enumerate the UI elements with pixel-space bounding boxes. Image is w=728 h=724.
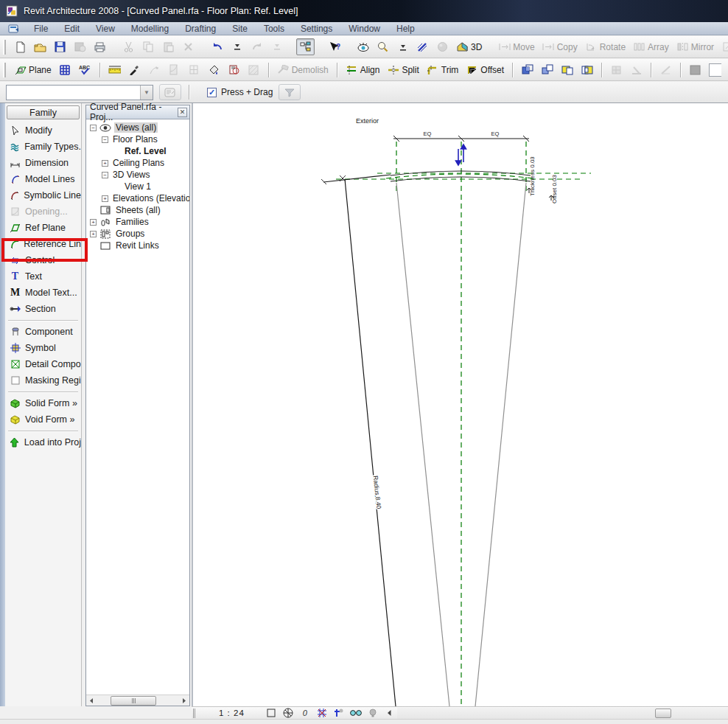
tree-item-sheets-all[interactable]: Sheets (all) (86, 204, 189, 216)
panel-left-edge[interactable] (396, 183, 449, 706)
detail-level-icon[interactable] (264, 708, 279, 719)
tb2-split-button[interactable]: Split (384, 61, 421, 78)
tb2-join-geometry-button[interactable] (518, 61, 536, 78)
sidebar-item-void-form[interactable]: Void Form » (5, 411, 81, 428)
tb2-cut-geometry-button[interactable] (558, 61, 576, 78)
tb1-help-pointer-button[interactable]: ? (325, 38, 343, 55)
tree-item-families[interactable]: +Families (86, 216, 189, 228)
tb1-zoom-magnifier-button[interactable] (374, 38, 392, 55)
project-browser-titlebar[interactable]: Curved Panel.rfa - Proj... ✕ (86, 105, 189, 119)
sidebar-item-text[interactable]: TText (5, 268, 81, 285)
view-scale[interactable]: 1 : 24 (219, 709, 245, 717)
tree-item-label[interactable]: Families (114, 217, 150, 227)
tb2-uncut-geometry-button[interactable] (578, 61, 596, 78)
offset-label[interactable]: Offset 0.03 (551, 174, 558, 203)
tree-item-label[interactable]: View 1 (123, 181, 153, 192)
tb1-thin-lines-button[interactable] (413, 38, 432, 55)
expand-icon[interactable]: + (90, 219, 97, 226)
menu-file[interactable]: File (26, 23, 56, 35)
sidebar-item-component[interactable]: Component (5, 324, 81, 340)
scroll-right-icon[interactable] (178, 695, 189, 706)
menu-settings[interactable]: Settings (293, 23, 340, 35)
tree-item-label[interactable]: Views (all) (114, 122, 158, 133)
toolbar-grip[interactable] (3, 63, 6, 77)
tb1-save-floppy-button[interactable] (51, 38, 69, 55)
tb1-undo-dropdown-button[interactable] (228, 38, 246, 55)
tb1-undo-arrow-button[interactable] (208, 38, 226, 55)
lightbulb-icon[interactable] (365, 708, 380, 719)
expand-icon[interactable]: + (102, 160, 108, 167)
press-drag-option[interactable]: ✓ Press + Drag (207, 87, 273, 97)
tb2-match-eyedropper-button[interactable] (125, 61, 144, 78)
tb2-align-button[interactable]: Align (343, 61, 383, 78)
menu-modelling[interactable]: Modelling (123, 23, 177, 35)
reveal-hidden-glasses-icon[interactable] (349, 708, 363, 719)
tree-item-label[interactable]: Floor Plans (111, 134, 159, 145)
collapse-icon[interactable]: − (102, 172, 108, 178)
panel-right-edge[interactable] (475, 183, 526, 706)
model-graphics-style-icon[interactable] (281, 708, 295, 719)
tb2-dimension-ruler-button[interactable] (105, 61, 124, 78)
sidebar-item-load-into-proj[interactable]: Load into Proj (5, 434, 81, 450)
panel-arcs[interactable] (323, 171, 531, 182)
reference-planes[interactable] (336, 142, 591, 706)
close-icon[interactable]: ✕ (178, 108, 187, 117)
tree-item-ceiling-plans[interactable]: +Ceiling Plans (86, 157, 189, 169)
sidebar-item-model-text[interactable]: MModel Text... (5, 285, 81, 301)
document-restore-icon[interactable] (7, 22, 20, 35)
tb2-trim-button[interactable]: Trim (424, 61, 462, 78)
tb2-spelling-button[interactable]: ABC (76, 61, 94, 78)
tb1-print-button[interactable] (91, 38, 109, 55)
family-panel-header[interactable]: Family (7, 105, 80, 119)
sidebar-item-detail-compo[interactable]: Detail Compo (5, 356, 81, 372)
scrollbar-thumb[interactable] (655, 709, 671, 718)
scrollbar-thumb[interactable] (111, 696, 156, 706)
radius-dimension-label[interactable]: Radius 8.40 (372, 476, 383, 509)
show-crop-region-icon[interactable] (332, 708, 346, 719)
sidebar-item-section[interactable]: Section (5, 301, 81, 317)
tree-item-label[interactable]: Ref. Level (123, 146, 168, 156)
tree-item-ref-level[interactable]: Ref. Level (86, 145, 189, 157)
tb2-grid-button[interactable] (56, 61, 74, 78)
tree-item-label[interactable]: Sheets (all) (114, 205, 162, 215)
tree-item-groups[interactable]: +Groups (86, 228, 189, 240)
menu-edit[interactable]: Edit (56, 23, 88, 35)
tb2-color-swatch-button[interactable] (686, 61, 704, 78)
toolbar-grip[interactable] (3, 40, 6, 55)
menu-help[interactable]: Help (388, 23, 423, 35)
tb1-open-folder-button[interactable] (31, 38, 49, 55)
tree-item-label[interactable]: Groups (114, 229, 146, 239)
tb2-unjoin-geometry-button[interactable] (538, 61, 556, 78)
tree-item-elevations-elevatio[interactable]: +Elevations (Elevatio (86, 192, 189, 204)
sidebar-item-ref-plane[interactable]: Ref Plane (5, 220, 81, 236)
tb2-material-box-button[interactable] (706, 61, 724, 78)
tb1-project-browser-button[interactable] (296, 38, 315, 55)
menu-tools[interactable]: Tools (256, 23, 293, 35)
scroll-left-icon[interactable] (86, 695, 97, 706)
tb1-new-file-button[interactable] (11, 38, 29, 55)
collapse-icon[interactable]: − (90, 125, 97, 131)
tree-item-view-1[interactable]: View 1 (86, 181, 189, 192)
expand-icon[interactable]: + (90, 231, 97, 237)
scroll-left-icon[interactable] (382, 708, 397, 719)
tree-item-label[interactable]: Revit Links (114, 240, 161, 251)
tb2-tag-button[interactable] (225, 61, 243, 78)
sidebar-item-masking-regi[interactable]: Masking Regi (5, 372, 81, 389)
tb2-paint-bucket-button[interactable] (205, 61, 223, 78)
tree-item-revit-links[interactable]: Revit Links (86, 240, 189, 251)
tree-item-floor-plans[interactable]: −Floor Plans (86, 133, 189, 145)
chevron-down-icon[interactable]: ▼ (140, 86, 153, 100)
view-horizontal-scrollbar[interactable] (397, 708, 728, 719)
crop-region-off-icon[interactable] (315, 708, 329, 719)
tree-item-label[interactable]: 3D Views (111, 170, 151, 180)
sidebar-item-family-types[interactable]: Family Types. (5, 139, 81, 155)
sidebar-item-solid-form[interactable]: Solid Form » (5, 395, 81, 411)
filter-button[interactable] (279, 84, 301, 100)
collapse-icon[interactable]: − (102, 136, 108, 143)
drawing-canvas[interactable]: Exterior EQ EQ (192, 103, 728, 706)
press-drag-checkbox[interactable]: ✓ (207, 88, 217, 97)
browser-horizontal-scrollbar[interactable] (86, 695, 189, 706)
tree-item-views-all[interactable]: −Views (all) (86, 122, 189, 133)
menu-site[interactable]: Site (224, 23, 256, 35)
tree-item-label[interactable]: Elevations (Elevatio (111, 193, 189, 203)
